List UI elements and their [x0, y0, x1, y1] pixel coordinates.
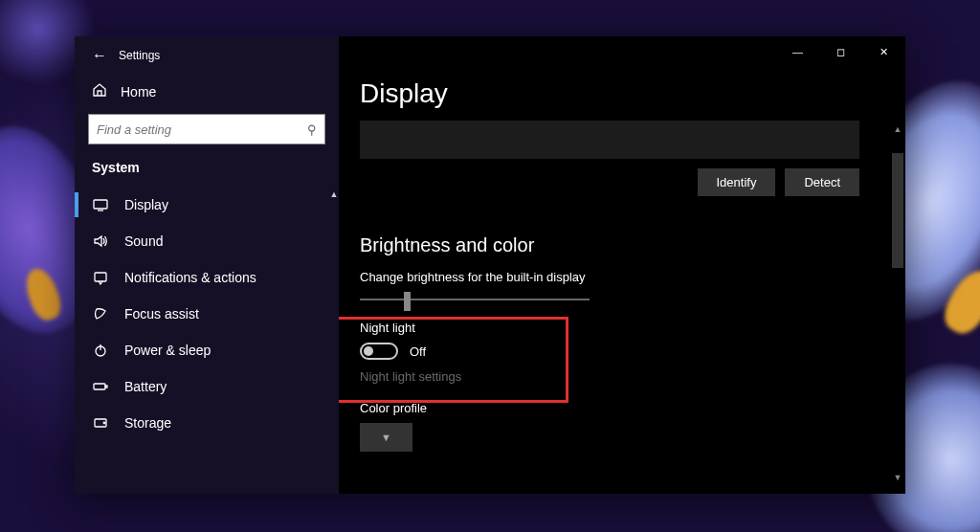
color-profile-dropdown[interactable]: ▼: [360, 423, 412, 452]
search-icon: ⚲: [307, 122, 317, 137]
back-arrow-icon[interactable]: ←: [92, 47, 119, 64]
sidebar-item-label: Storage: [124, 415, 171, 431]
display-icon: [92, 197, 109, 212]
identify-button[interactable]: Identify: [698, 168, 776, 196]
night-light-toggle[interactable]: [360, 343, 398, 360]
titlebar-left: ← Settings: [75, 36, 339, 75]
scroll-track[interactable]: [892, 138, 903, 473]
sidebar-nav: ▲ Display Sound Notifications & actions: [75, 187, 339, 494]
detect-button[interactable]: Detect: [785, 168, 859, 196]
content-scrollbar[interactable]: ▲ ▼: [892, 124, 903, 486]
brightness-label: Change brightness for the built-in displ…: [360, 270, 882, 284]
svg-rect-6: [105, 386, 107, 388]
search-field[interactable]: [97, 122, 307, 137]
notifications-icon: [92, 270, 109, 285]
brightness-slider[interactable]: [360, 290, 590, 309]
color-profile-label: Color profile: [360, 401, 882, 415]
scroll-down-icon[interactable]: ▼: [892, 473, 903, 486]
brightness-section-heading: Brightness and color: [360, 234, 882, 256]
sidebar-item-display[interactable]: Display: [75, 187, 339, 223]
sidebar-item-label: Sound: [124, 233, 163, 249]
storage-icon: [92, 415, 109, 431]
scroll-up-icon[interactable]: ▲: [892, 124, 903, 138]
home-icon: [92, 82, 107, 100]
night-light-settings-link[interactable]: Night light settings: [360, 369, 882, 384]
sidebar-item-notifications[interactable]: Notifications & actions: [75, 259, 339, 296]
toggle-knob: [364, 346, 373, 356]
power-icon: [92, 343, 109, 358]
sidebar-item-focus-assist[interactable]: Focus assist: [75, 296, 339, 332]
chevron-down-icon: ▼: [381, 432, 391, 443]
sidebar-item-label: Power & sleep: [124, 343, 211, 358]
svg-rect-0: [94, 200, 107, 209]
hd-color-section-heading: Windows HD Color: [360, 492, 882, 494]
home-button[interactable]: Home: [75, 75, 339, 106]
section-label: System: [75, 154, 339, 187]
svg-rect-5: [94, 384, 105, 389]
svg-point-8: [103, 422, 105, 424]
search-input[interactable]: ⚲: [88, 114, 325, 144]
app-name: Settings: [119, 49, 160, 62]
main-panel: ― ◻ ✕ Display Identify Detect Brightness…: [339, 36, 905, 494]
sidebar-item-storage[interactable]: Storage: [75, 405, 339, 441]
focus-assist-icon: [92, 306, 109, 321]
sidebar-item-label: Notifications & actions: [124, 270, 256, 285]
settings-window: ← Settings Home ⚲ System ▲ Display: [75, 36, 905, 494]
slider-thumb[interactable]: [404, 292, 411, 311]
sidebar-item-label: Focus assist: [124, 306, 199, 321]
sidebar-item-label: Battery: [124, 379, 167, 394]
svg-rect-2: [95, 273, 106, 281]
scroll-thumb[interactable]: [892, 153, 903, 268]
display-arrangement-box[interactable]: [360, 121, 859, 159]
sidebar-item-sound[interactable]: Sound: [75, 223, 339, 259]
slider-track: [360, 299, 590, 300]
sound-icon: [92, 233, 109, 249]
page-title: Display: [360, 78, 882, 109]
sidebar-item-label: Display: [124, 197, 168, 212]
sidebar: ← Settings Home ⚲ System ▲ Display: [75, 36, 339, 494]
night-light-state: Off: [410, 344, 426, 359]
sidebar-item-battery[interactable]: Battery: [75, 368, 339, 405]
sidebar-item-power-sleep[interactable]: Power & sleep: [75, 332, 339, 368]
home-label: Home: [121, 84, 156, 100]
battery-icon: [92, 379, 109, 394]
content-area: Display Identify Detect Brightness and c…: [339, 36, 905, 494]
night-light-label: Night light: [360, 321, 882, 335]
